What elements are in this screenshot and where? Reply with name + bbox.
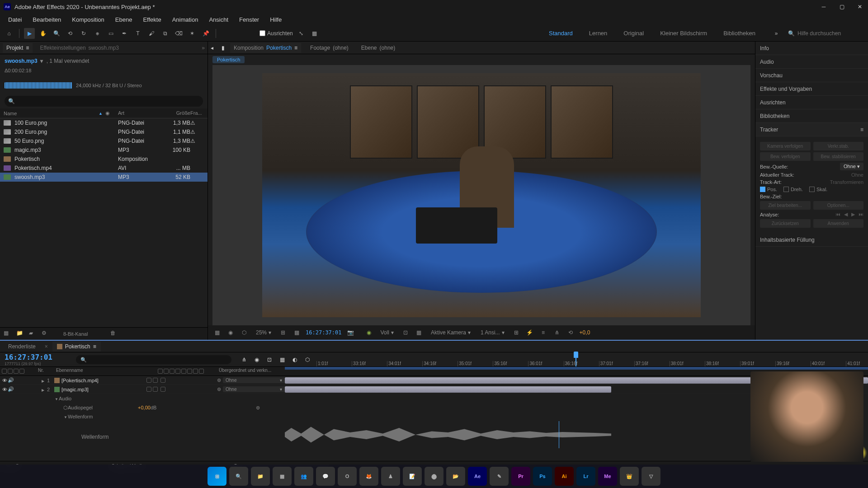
workspace-kleiner-bildschirm[interactable]: Kleiner Bildschirm xyxy=(656,28,711,38)
project-item[interactable]: 100 Euro.pngPNG-Datei1,3 MB⚠ xyxy=(0,118,208,127)
track-camera-button[interactable]: Kamera verfolgen xyxy=(760,142,811,150)
video-column-icon[interactable] xyxy=(2,369,7,374)
project-item[interactable]: Pokertisch.mp4AVI... MB xyxy=(0,164,208,173)
project-item[interactable]: 200 Euro.pngPNG-Datei1,1 MB⚠ xyxy=(0,127,208,136)
help-search-input[interactable] xyxy=(797,30,861,37)
analyze-fwd1-icon[interactable]: ⏭ xyxy=(859,211,863,217)
mask-mode-icon[interactable]: ▦ xyxy=(309,28,320,39)
project-search-input[interactable] xyxy=(15,98,199,104)
zoom-dropdown[interactable]: 25% ▾ xyxy=(253,328,274,337)
project-item[interactable]: 50 Euro.pngPNG-Datei1,3 MB⚠ xyxy=(0,136,208,145)
menu-fenster[interactable]: Fenster xyxy=(235,14,264,25)
render-queue-tab[interactable]: Renderliste xyxy=(4,342,40,352)
new-folder-icon[interactable]: 📁 xyxy=(16,330,24,338)
alpha-toggle-icon[interactable]: ▦ xyxy=(212,328,222,337)
hand-tool[interactable]: ✋ xyxy=(38,28,48,39)
taskbar-editor-icon[interactable]: ✎ xyxy=(490,467,509,486)
composition-viewer[interactable] xyxy=(262,73,701,317)
color-mgmt-icon[interactable]: ◉ xyxy=(364,328,373,337)
fast-preview-icon[interactable]: ⚡ xyxy=(525,328,534,337)
taskbar-firefox-icon[interactable]: 🦊 xyxy=(359,467,378,486)
brush-tool[interactable]: 🖌 xyxy=(146,28,157,39)
analyze-fwd-icon[interactable]: ▶ xyxy=(851,211,855,217)
bit-depth-label[interactable]: 8-Bit-Kanal xyxy=(63,331,88,337)
camera-tool[interactable]: ⎈ xyxy=(92,28,103,39)
puppet-tool[interactable]: 📌 xyxy=(200,28,211,39)
zoom-tool[interactable]: 🔍 xyxy=(51,28,62,39)
close-button[interactable]: ✕ xyxy=(855,2,864,11)
panel-header-vorschau[interactable]: Vorschau xyxy=(755,69,868,82)
transparency-icon[interactable]: ▩ xyxy=(292,328,301,337)
orbit-tool[interactable]: ⟲ xyxy=(65,28,75,39)
track-motion-button[interactable]: Bew. verfolgen xyxy=(760,152,811,161)
panel-header-audio[interactable]: Audio xyxy=(755,55,868,69)
timeline-layer[interactable]: 👁🔊 1 [Pokertisch.mp4] ⊚Ohne ▾ xyxy=(0,376,868,385)
taskbar-app1-icon[interactable]: ♟ xyxy=(381,467,400,486)
workspace-standard[interactable]: Standard xyxy=(545,28,576,38)
motion-source-dropdown[interactable]: Ohne ▾ xyxy=(840,163,863,170)
roto-tool[interactable]: ✶ xyxy=(187,28,198,39)
maximize-button[interactable]: ▢ xyxy=(837,2,846,11)
comp-nav-back-icon[interactable]: ◂ xyxy=(211,45,213,51)
viewer-timecode[interactable]: 16:27:37:01 xyxy=(306,329,341,336)
resolution-dropdown[interactable]: Voll ▾ xyxy=(378,328,396,337)
grid-icon[interactable]: ▦ xyxy=(415,328,424,337)
effect-controls-tab[interactable]: Effekteinstellungen swoosh.mp3 xyxy=(36,43,123,53)
comp-marker-icon[interactable]: ▮ xyxy=(222,45,225,51)
taskbar-pr-icon[interactable]: Pr xyxy=(511,467,530,486)
taskbar-crown-icon[interactable]: 👑 xyxy=(620,467,639,486)
taskbar-notes-icon[interactable]: 📝 xyxy=(403,467,422,486)
menu-datei[interactable]: Datei xyxy=(4,14,26,25)
project-item[interactable]: PokertischKomposition xyxy=(0,155,208,164)
lock-column-icon[interactable] xyxy=(19,369,24,374)
eraser-tool[interactable]: ⌫ xyxy=(173,28,184,39)
tracker-apply-button[interactable]: Anwenden xyxy=(813,219,864,228)
roi-icon[interactable]: ⊡ xyxy=(401,328,410,337)
graph-editor-icon[interactable]: ⬡ xyxy=(303,355,312,364)
workspace-overflow-icon[interactable]: » xyxy=(771,28,782,39)
workspace-original[interactable]: Original xyxy=(620,28,647,38)
selection-tool[interactable]: ▶ xyxy=(24,28,35,39)
snap-checkbox[interactable]: Ausrichten xyxy=(259,30,293,37)
solo-column-icon[interactable] xyxy=(14,369,19,374)
tracker-panel-header[interactable]: Tracker≡ xyxy=(755,123,868,136)
taskbar-brave-icon[interactable]: ▽ xyxy=(642,467,660,486)
motion-blur-icon[interactable]: ◐ xyxy=(290,355,299,364)
taskbar-teams-icon[interactable]: 👥 xyxy=(294,467,313,486)
comp-tab-footage[interactable]: Footage (ohne) xyxy=(307,43,352,53)
reset-exposure-icon[interactable]: ⟲ xyxy=(566,328,575,337)
shy-icon[interactable]: ⊡ xyxy=(265,355,274,364)
panel-header-ausrichten[interactable]: Ausrichten xyxy=(755,96,868,109)
flowchart-pill[interactable]: Pokertisch xyxy=(212,56,245,63)
snap-options-icon[interactable]: ⤡ xyxy=(296,28,307,39)
home-tool[interactable]: ⌂ xyxy=(4,28,14,39)
interpret-footage-icon[interactable]: ▦ xyxy=(4,330,12,338)
panel-header-effekte-und-vorgaben[interactable]: Effekte und Vorgaben xyxy=(755,82,868,96)
rotate-tool[interactable]: ↻ xyxy=(78,28,89,39)
tracker-options-button[interactable]: Optionen... xyxy=(813,201,864,210)
timeline-comp-tab[interactable]: Pokertisch ≡ xyxy=(52,342,101,352)
panel-header-info[interactable]: Info xyxy=(755,42,868,55)
menu-komposition[interactable]: Komposition xyxy=(67,14,109,25)
taskbar-me-icon[interactable]: Me xyxy=(598,467,617,486)
project-item[interactable]: magic.mp3MP3100 KB xyxy=(0,145,208,155)
panel-header-bibliotheken[interactable]: Bibliotheken xyxy=(755,109,868,123)
frame-blend-icon[interactable]: ▦ xyxy=(278,355,287,364)
taskbar-search-icon[interactable]: 🔍 xyxy=(229,467,248,486)
content-aware-panel-header[interactable]: Inhaltsbasierte Füllung xyxy=(755,233,868,247)
project-settings-icon[interactable]: ⚙ xyxy=(42,330,50,338)
analyze-back1-icon[interactable]: ⏮ xyxy=(835,211,840,217)
taskbar-opera-icon[interactable]: O xyxy=(338,467,357,486)
taskbar-ps-icon[interactable]: Ps xyxy=(533,467,552,486)
workspace-bibliotheken[interactable]: Bibliotheken xyxy=(720,28,759,38)
mask-icon[interactable]: ⬡ xyxy=(240,328,249,337)
menu-ansicht[interactable]: Ansicht xyxy=(204,14,233,25)
text-tool[interactable]: T xyxy=(132,28,143,39)
analyze-back-icon[interactable]: ◀ xyxy=(844,211,848,217)
stamp-tool[interactable]: ⧉ xyxy=(160,28,170,39)
comp-tab-komposition[interactable]: Komposition Pokertisch ≡ xyxy=(230,43,301,53)
audio-column-icon[interactable] xyxy=(8,369,13,374)
taskbar-ae-icon[interactable]: Ae xyxy=(468,467,487,486)
panel-overflow-icon[interactable]: » xyxy=(202,45,205,51)
rect-tool[interactable]: ▭ xyxy=(105,28,116,39)
